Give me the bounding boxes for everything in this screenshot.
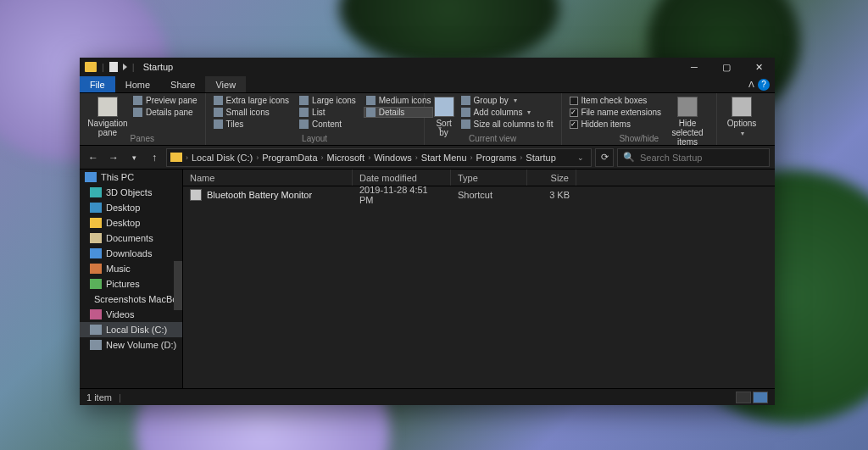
help-icon[interactable]: ? xyxy=(758,79,770,91)
window-controls: ─ ▢ ✕ xyxy=(678,58,775,76)
sidebar-item-music[interactable]: Music xyxy=(80,261,182,276)
sidebar-item-screenshots[interactable]: Screenshots MacBoo xyxy=(80,292,182,307)
disk-icon xyxy=(90,340,102,350)
search-box[interactable]: 🔍 Search Startup xyxy=(617,148,770,167)
sidebar-item-desktop[interactable]: Desktop xyxy=(80,200,182,215)
up-button[interactable]: ↑ xyxy=(146,149,163,166)
back-button[interactable]: ← xyxy=(85,149,102,166)
chevron-right-icon: › xyxy=(321,153,324,162)
icons-icon xyxy=(299,96,309,105)
recent-locations-button[interactable]: ▾ xyxy=(125,149,142,166)
chevron-right-icon: › xyxy=(520,153,522,162)
breadcrumb-item[interactable]: Windows xyxy=(374,153,412,163)
refresh-button[interactable]: ⟳ xyxy=(595,148,614,167)
navigation-pane-icon xyxy=(97,97,118,117)
tab-view[interactable]: View xyxy=(205,76,246,92)
file-row[interactable]: Bluetooth Battery Monitor 2019-11-28 4:5… xyxy=(183,186,775,203)
ribbon-group-options: Options▾ xyxy=(717,93,766,145)
breadcrumb-item[interactable]: Local Disk (C:) xyxy=(192,153,253,163)
hidden-items-toggle[interactable]: ✓Hidden items xyxy=(567,119,665,130)
videos-icon xyxy=(90,309,102,319)
search-icon: 🔍 xyxy=(623,152,635,163)
file-type: Shortcut xyxy=(451,190,527,200)
sidebar-item-pictures[interactable]: Pictures xyxy=(80,276,182,292)
ribbon: Navigation pane Preview pane Details pan… xyxy=(80,93,775,146)
shortcut-icon xyxy=(190,189,202,201)
layout-medium[interactable]: Medium icons xyxy=(364,95,434,106)
column-headers: Name Date modified Type Size xyxy=(183,169,775,186)
tab-home[interactable]: Home xyxy=(115,76,160,92)
layout-details[interactable]: Details xyxy=(364,107,434,118)
navigation-pane-button[interactable]: Navigation pane xyxy=(85,95,131,137)
maximize-button[interactable]: ▢ xyxy=(710,58,743,76)
file-extensions-toggle[interactable]: ✓File name extensions xyxy=(567,107,665,118)
size-columns-button[interactable]: Size all columns to fit xyxy=(459,119,556,130)
chevron-right-icon: › xyxy=(415,153,418,162)
view-icons-button[interactable] xyxy=(753,392,768,403)
minimize-button[interactable]: ─ xyxy=(678,58,710,76)
breadcrumb-item[interactable]: Microsoft xyxy=(327,153,365,163)
layout-list[interactable]: List xyxy=(297,107,359,118)
list-icon xyxy=(299,108,309,117)
options-button[interactable]: Options▾ xyxy=(722,95,761,138)
sidebar-item-videos[interactable]: Videos xyxy=(80,307,182,322)
group-by-button[interactable]: Group by▾ xyxy=(459,95,556,106)
pictures-icon xyxy=(90,279,102,289)
collapse-ribbon-icon[interactable]: ᐱ xyxy=(748,80,754,89)
preview-pane-icon xyxy=(133,96,142,105)
sidebar-item-new-volume-d[interactable]: New Volume (D:) xyxy=(80,337,182,353)
breadcrumb-item[interactable]: ProgramData xyxy=(262,153,317,163)
sidebar-item-downloads[interactable]: Downloads xyxy=(80,246,182,261)
icons-icon xyxy=(214,108,223,117)
view-details-button[interactable] xyxy=(736,392,751,403)
preview-pane-button[interactable]: Preview pane xyxy=(131,95,200,106)
tab-share[interactable]: Share xyxy=(160,76,205,92)
sidebar-item-documents[interactable]: Documents xyxy=(80,231,182,246)
folder-icon xyxy=(85,62,97,72)
checkbox-checked-icon: ✓ xyxy=(570,108,578,117)
content-area: This PC 3D Objects Desktop Desktop Docum… xyxy=(80,169,775,388)
file-icon xyxy=(109,62,118,72)
sidebar-item-local-disk-c[interactable]: Local Disk (C:) xyxy=(80,322,182,337)
column-type[interactable]: Type xyxy=(451,169,527,186)
group-label: Show/hide xyxy=(567,133,712,145)
column-name[interactable]: Name xyxy=(183,169,353,186)
chevron-down-icon[interactable]: ⌄ xyxy=(577,153,584,162)
layout-extra-large[interactable]: Extra large icons xyxy=(211,95,292,106)
breadcrumb-item[interactable]: Programs xyxy=(476,153,517,163)
address-bar[interactable]: › Local Disk (C:) › ProgramData › Micros… xyxy=(166,148,592,167)
add-columns-button[interactable]: Add columns▾ xyxy=(459,107,556,118)
item-count: 1 item xyxy=(86,392,112,403)
window-title: Startup xyxy=(143,62,173,72)
dropdown-icon[interactable] xyxy=(123,64,127,70)
sidebar-item-3d-objects[interactable]: 3D Objects xyxy=(80,185,182,200)
column-date[interactable]: Date modified xyxy=(353,169,451,186)
sort-by-button[interactable]: Sort by xyxy=(430,95,459,137)
sidebar-item-this-pc[interactable]: This PC xyxy=(80,169,182,185)
folder-icon xyxy=(90,218,102,228)
details-pane-button[interactable]: Details pane xyxy=(131,107,200,118)
sidebar-item-desktop-folder[interactable]: Desktop xyxy=(80,215,182,231)
tiles-icon xyxy=(214,119,223,129)
downloads-icon xyxy=(90,248,102,258)
group-label: Current view xyxy=(430,133,556,145)
checkbox-checked-icon: ✓ xyxy=(570,120,578,129)
file-size: 3 KB xyxy=(527,190,576,200)
tab-file[interactable]: File xyxy=(80,76,115,92)
breadcrumb-item[interactable]: Startup xyxy=(526,153,555,163)
column-size[interactable]: Size xyxy=(527,169,576,186)
ribbon-group-show-hide: Item check boxes ✓File name extensions ✓… xyxy=(562,93,718,145)
layout-content[interactable]: Content xyxy=(297,119,359,130)
layout-small[interactable]: Small icons xyxy=(211,107,292,118)
resize-icon xyxy=(461,119,470,129)
breadcrumb-item[interactable]: Start Menu xyxy=(421,153,467,163)
item-checkboxes-toggle[interactable]: Item check boxes xyxy=(567,95,665,106)
icons-icon xyxy=(214,96,223,105)
forward-button[interactable]: → xyxy=(105,149,122,166)
scrollbar-thumb[interactable] xyxy=(174,261,182,310)
layout-tiles[interactable]: Tiles xyxy=(211,119,292,130)
file-list-pane: Name Date modified Type Size Bluetooth B… xyxy=(183,169,775,388)
close-button[interactable]: ✕ xyxy=(743,58,775,76)
explorer-window: | | Startup ─ ▢ ✕ File Home Share View ᐱ… xyxy=(80,58,775,405)
layout-large[interactable]: Large icons xyxy=(297,95,359,106)
